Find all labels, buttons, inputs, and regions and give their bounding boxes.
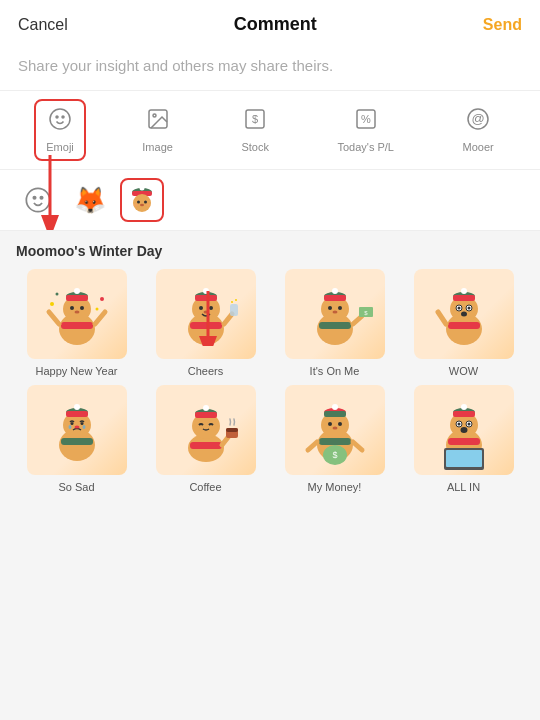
sticker-so-sad[interactable]: So Sad	[16, 385, 137, 493]
svg-point-105	[328, 422, 332, 426]
image-icon	[146, 107, 170, 137]
svg-point-89	[74, 426, 79, 429]
svg-rect-31	[66, 295, 88, 301]
sticker-so-sad-label: So Sad	[58, 481, 94, 493]
toolbar-item-mooer[interactable]: @ Mooer	[451, 99, 506, 161]
svg-point-6	[62, 116, 64, 118]
svg-rect-116	[453, 411, 475, 417]
svg-text:$: $	[252, 113, 258, 125]
sticker-grid: Happy New Year	[16, 269, 524, 505]
emoji-face-btn[interactable]	[16, 178, 60, 222]
sticker-my-money[interactable]: $ My Money!	[274, 385, 395, 493]
svg-rect-100	[319, 438, 351, 445]
svg-rect-46	[195, 295, 217, 301]
sticker-its-on-me-img: $	[285, 269, 385, 359]
sticker-cheers[interactable]: Cheers	[145, 269, 266, 377]
svg-point-5	[56, 116, 58, 118]
sticker-wow-img	[414, 269, 514, 359]
sticker-coffee[interactable]: Coffee	[145, 385, 266, 493]
send-button[interactable]: Send	[483, 16, 522, 34]
emoji-hat-fox-btn[interactable]	[120, 178, 164, 222]
sticker-coffee-img	[156, 385, 256, 475]
pnl-label: Today's P/L	[337, 141, 394, 153]
svg-rect-91	[190, 442, 222, 449]
mooer-icon: @	[466, 107, 490, 137]
sticker-wow[interactable]: WOW	[403, 269, 524, 377]
svg-point-63	[332, 311, 337, 314]
svg-point-54	[235, 299, 237, 301]
svg-rect-59	[324, 295, 346, 301]
svg-line-109	[353, 442, 362, 450]
image-label: Image	[142, 141, 173, 153]
svg-point-76	[467, 307, 470, 310]
toolbar-item-pnl[interactable]: % Today's P/L	[325, 99, 406, 161]
svg-point-122	[460, 427, 467, 433]
svg-point-75	[457, 307, 460, 310]
sticker-cheers-img	[156, 269, 256, 359]
sticker-all-in[interactable]: ALL IN	[403, 385, 524, 493]
svg-rect-98	[226, 428, 238, 432]
svg-point-16	[33, 197, 35, 199]
svg-line-78	[438, 312, 446, 324]
toolbar-item-image[interactable]: Image	[130, 99, 185, 161]
sticker-my-money-img: $	[285, 385, 385, 475]
svg-point-32	[74, 288, 80, 294]
svg-point-8	[153, 114, 156, 117]
svg-point-22	[144, 201, 147, 204]
sticker-happy-new-year[interactable]: Happy New Year	[16, 269, 137, 377]
svg-point-34	[80, 306, 84, 310]
sticker-cheers-label: Cheers	[188, 365, 223, 377]
sticker-happy-new-year-img	[27, 269, 127, 359]
toolbar-item-stock[interactable]: $ Stock	[229, 99, 281, 161]
svg-point-121	[467, 423, 470, 426]
svg-rect-71	[453, 295, 475, 301]
cancel-button[interactable]: Cancel	[18, 16, 68, 34]
emoji-fox-btn[interactable]: 🦊	[68, 178, 112, 222]
svg-rect-43	[190, 322, 222, 329]
svg-point-49	[209, 306, 213, 310]
svg-point-72	[461, 288, 467, 294]
svg-rect-68	[448, 322, 480, 329]
toolbar-item-emoji[interactable]: Emoji	[34, 99, 86, 161]
svg-point-17	[40, 197, 42, 199]
svg-rect-56	[319, 322, 351, 329]
sticker-its-on-me[interactable]: $ It's On Me	[274, 269, 395, 377]
sticker-section: Moomoo's Winter Day	[0, 231, 540, 720]
svg-point-61	[328, 306, 332, 310]
svg-point-87	[68, 425, 71, 429]
svg-point-40	[55, 293, 58, 296]
svg-rect-113	[448, 438, 480, 445]
svg-point-41	[95, 308, 98, 311]
toolbar: Emoji Image $ Stock	[0, 90, 540, 170]
sticker-so-sad-img	[27, 385, 127, 475]
stock-label: Stock	[241, 141, 269, 153]
svg-line-36	[49, 312, 59, 324]
svg-point-20	[133, 194, 151, 212]
svg-point-86	[80, 422, 83, 425]
emoji-row: 🦊	[0, 170, 540, 231]
emoji-icon	[48, 107, 72, 137]
svg-point-25	[146, 204, 151, 207]
svg-point-48	[199, 306, 203, 310]
svg-rect-103	[324, 411, 346, 417]
header: Cancel Comment Send	[0, 0, 540, 45]
svg-point-88	[82, 425, 85, 429]
svg-point-21	[137, 201, 140, 204]
pnl-icon: %	[354, 107, 378, 137]
svg-point-117	[461, 404, 467, 410]
svg-point-60	[332, 288, 338, 294]
svg-point-84	[74, 404, 80, 410]
comment-placeholder[interactable]: Share your insight and others may share …	[0, 45, 540, 90]
svg-text:%: %	[361, 113, 371, 125]
sticker-wow-label: WOW	[449, 365, 478, 377]
svg-point-15	[26, 188, 49, 211]
sticker-all-in-img	[414, 385, 514, 475]
svg-rect-94	[195, 412, 217, 418]
page-title: Comment	[234, 14, 317, 35]
sticker-all-in-label: ALL IN	[447, 481, 480, 493]
mooer-label: Mooer	[463, 141, 494, 153]
svg-point-24	[134, 204, 139, 207]
svg-point-35	[74, 311, 79, 314]
svg-line-108	[308, 442, 317, 450]
svg-point-38	[50, 302, 54, 306]
